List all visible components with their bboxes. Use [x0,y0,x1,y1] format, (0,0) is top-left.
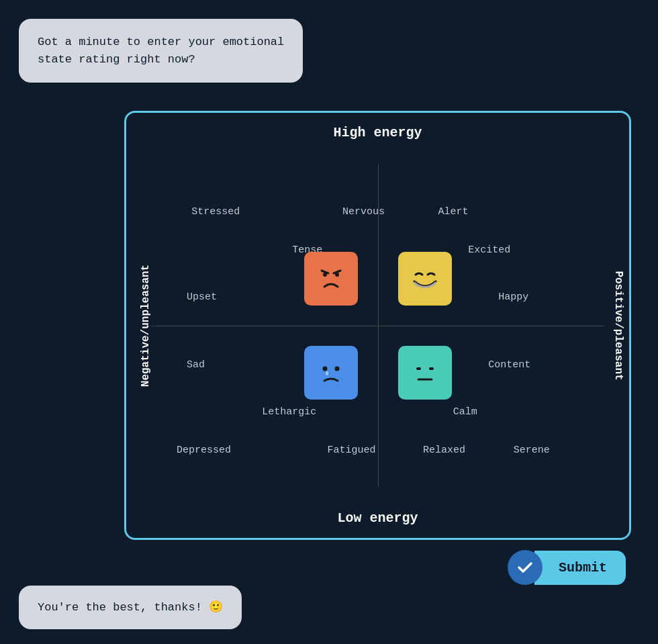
emotion-fatigued: Fatigued [328,445,376,456]
svg-rect-11 [416,367,421,370]
svg-point-7 [322,366,327,371]
emotion-serene: Serene [514,445,550,456]
emotion-depressed: Depressed [177,445,231,456]
svg-point-8 [334,366,339,371]
emotion-calm: Calm [453,406,477,418]
emotion-upset: Upset [187,291,217,303]
chat-top-text: Got a minute to enter your emotional sta… [38,36,284,66]
emotion-relaxed: Relaxed [423,445,465,456]
content-face-svg [405,353,445,393]
emotion-sad: Sad [187,359,205,371]
svg-rect-0 [311,259,351,299]
emotion-nervous: Nervous [342,206,385,218]
submit-button[interactable]: Submit [534,551,626,585]
axis-bottom-label: Low energy [337,510,418,526]
emotion-alert: Alert [438,206,468,218]
happy-face-svg [405,259,445,299]
chat-bubble-bottom: You're the best, thanks! 🙂 [19,586,242,630]
face-sad[interactable] [304,346,358,400]
axis-left-label: Negative/unpleasant [140,264,152,386]
svg-rect-10 [405,353,445,393]
emotion-chart: High energy Low energy Negative/unpleasa… [124,111,631,540]
angry-face-svg [311,259,351,299]
emotion-happy: Happy [498,291,528,303]
chat-bottom-text: You're the best, thanks! 🙂 [38,601,223,614]
axis-top-label: High energy [333,125,422,140]
face-content[interactable] [398,346,452,400]
emotion-excited: Excited [468,244,510,256]
emotion-lethargic: Lethargic [262,406,316,418]
svg-point-3 [323,273,327,277]
checkmark-icon [516,558,534,577]
face-happy[interactable] [398,252,452,306]
svg-point-9 [326,371,328,375]
submit-check-icon [508,550,543,585]
svg-rect-6 [311,353,351,393]
axis-right-label: Positive/pleasant [612,271,624,380]
chat-bubble-top: Got a minute to enter your emotional sta… [19,19,303,83]
svg-rect-5 [405,259,445,299]
sad-face-svg [311,353,351,393]
svg-rect-12 [429,367,434,370]
emotion-stressed: Stressed [191,206,240,218]
svg-point-4 [335,273,339,277]
submit-area: Submit [508,550,626,585]
face-angry[interactable] [304,252,358,306]
emotion-content: Content [488,359,530,371]
